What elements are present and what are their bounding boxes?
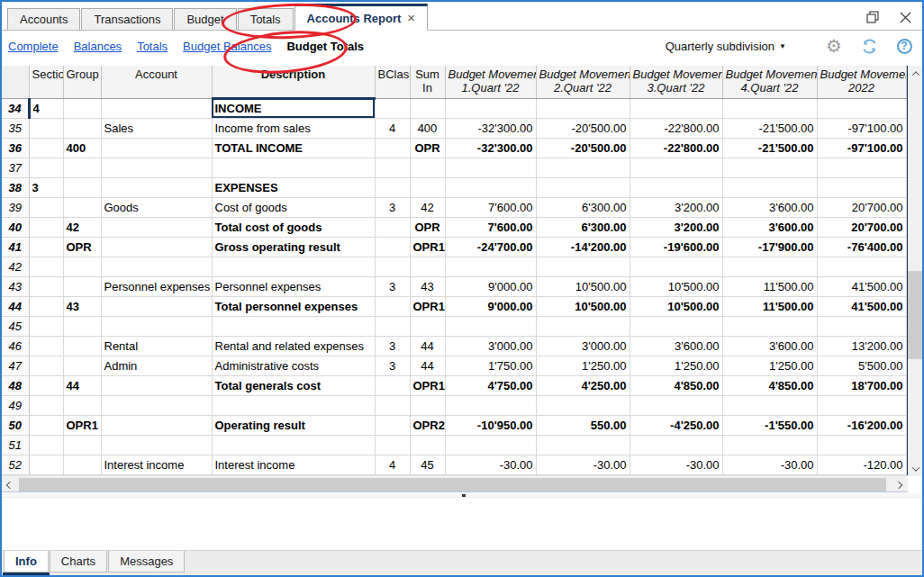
row-number-cell[interactable]: 45 [2, 316, 29, 336]
sumin-cell[interactable]: OPR1 [410, 237, 445, 257]
bclass-cell[interactable]: 3 [375, 197, 410, 217]
budget-movement-cell[interactable] [536, 177, 630, 197]
bclass-cell[interactable]: 4 [375, 118, 410, 138]
bclass-cell[interactable] [375, 257, 410, 276]
row-number-cell[interactable]: 44 [2, 296, 29, 316]
section-cell[interactable] [29, 435, 63, 455]
budget-movement-cell[interactable]: 20'700.00 [817, 197, 906, 217]
description-cell[interactable]: Interest income [212, 455, 375, 474]
row-number-cell[interactable]: 49 [2, 395, 29, 415]
budget-movement-cell[interactable]: -21'500.00 [722, 138, 817, 158]
view-link-budget-balances[interactable]: Budget Balances [183, 40, 271, 53]
account-cell[interactable] [101, 375, 212, 395]
group-cell[interactable] [63, 455, 101, 474]
budget-movement-cell[interactable] [817, 257, 906, 276]
bclass-cell[interactable] [375, 158, 410, 177]
budget-movement-cell[interactable]: 13'200.00 [817, 336, 906, 356]
tab-budget[interactable]: Budget [174, 8, 236, 31]
view-link-complete[interactable]: Complete [8, 40, 59, 53]
budget-movement-cell[interactable]: -10'950.00 [445, 415, 536, 435]
budget-movement-cell[interactable]: 3'600.00 [630, 336, 722, 356]
sumin-cell[interactable] [410, 98, 445, 118]
column-header-budget-movement-2quart22[interactable]: Budget Movement2.Quart '22 [536, 66, 630, 98]
column-header-budget-movement-3quart22[interactable]: Budget Movement3.Quart '22 [630, 66, 722, 98]
budget-movement-cell[interactable]: -76'400.00 [817, 237, 906, 257]
description-cell[interactable]: Total personnel expenses [212, 296, 375, 316]
section-cell[interactable] [29, 158, 63, 177]
bclass-cell[interactable]: 4 [375, 455, 410, 474]
description-cell[interactable] [212, 316, 375, 336]
group-cell[interactable]: 400 [63, 138, 101, 158]
section-cell[interactable] [29, 356, 63, 375]
column-header-description[interactable]: Description [212, 66, 375, 98]
bclass-cell[interactable]: 3 [375, 336, 410, 356]
sumin-cell[interactable]: 43 [410, 276, 445, 296]
row-number-cell[interactable]: 42 [2, 257, 29, 276]
account-cell[interactable]: Goods [101, 197, 212, 217]
account-cell[interactable] [101, 395, 212, 415]
view-link-budget-totals[interactable]: Budget Totals [286, 40, 364, 53]
row-number-cell[interactable]: 51 [2, 435, 29, 455]
row-number-cell[interactable]: 43 [2, 276, 29, 296]
budget-movement-cell[interactable]: -97'100.00 [817, 138, 906, 158]
bclass-cell[interactable] [375, 296, 410, 316]
row-number-cell[interactable]: 40 [2, 217, 29, 237]
budget-movement-cell[interactable]: -97'100.00 [817, 118, 906, 138]
budget-movement-cell[interactable] [445, 177, 536, 197]
column-header-budget-movement-2022[interactable]: Budget Movement2022 [817, 66, 906, 98]
budget-movement-cell[interactable]: -30.00 [445, 455, 536, 474]
section-cell[interactable] [29, 336, 63, 356]
budget-movement-cell[interactable] [722, 177, 817, 197]
budget-movement-cell[interactable]: 3'200.00 [630, 217, 722, 237]
section-cell[interactable] [29, 138, 63, 158]
budget-movement-cell[interactable]: -20'500.00 [536, 138, 630, 158]
budget-movement-cell[interactable]: -30.00 [722, 455, 817, 474]
description-cell[interactable]: INCOME [212, 98, 375, 118]
budget-movement-cell[interactable] [722, 257, 817, 276]
budget-movement-cell[interactable]: 1'250.00 [536, 356, 630, 375]
tab-transactions[interactable]: Transactions [81, 8, 173, 31]
account-cell[interactable]: Personnel expenses [101, 276, 212, 296]
budget-movement-cell[interactable]: -17'900.00 [722, 237, 817, 257]
budget-movement-cell[interactable] [536, 435, 630, 455]
group-cell[interactable] [63, 356, 101, 375]
budget-movement-cell[interactable]: 20'700.00 [817, 217, 906, 237]
budget-movement-cell[interactable]: -120.00 [817, 455, 906, 474]
budget-movement-cell[interactable]: 3'000.00 [536, 336, 630, 356]
budget-movement-cell[interactable]: 3'600.00 [722, 197, 817, 217]
column-header-bclass[interactable]: BClass [375, 66, 410, 98]
sumin-cell[interactable] [410, 435, 445, 455]
tab-close-icon[interactable]: × [407, 14, 415, 23]
description-cell[interactable]: Cost of goods [212, 197, 375, 217]
description-cell[interactable]: Administrative costs [212, 356, 375, 375]
budget-movement-cell[interactable]: 6'300.00 [536, 197, 630, 217]
settings-gear-icon[interactable]: ⚙ [823, 35, 845, 57]
group-cell[interactable] [63, 276, 101, 296]
sumin-cell[interactable]: 400 [410, 118, 445, 138]
group-cell[interactable] [63, 435, 101, 455]
budget-movement-cell[interactable]: 4'850.00 [722, 375, 817, 395]
bclass-cell[interactable] [375, 98, 410, 118]
column-header-budget-movement-4quart22[interactable]: Budget Movement4.Quart '22 [722, 66, 817, 98]
description-cell[interactable]: TOTAL INCOME [212, 138, 375, 158]
bclass-cell[interactable]: 3 [375, 276, 410, 296]
budget-movement-cell[interactable] [630, 177, 722, 197]
budget-movement-cell[interactable] [817, 158, 906, 177]
tab-accounts[interactable]: Accounts [7, 8, 80, 31]
bottom-tab-info[interactable]: Info [4, 551, 49, 572]
sumin-cell[interactable]: OPR1 [410, 375, 445, 395]
section-cell[interactable] [29, 257, 63, 276]
budget-movement-cell[interactable]: -19'600.00 [630, 237, 722, 257]
description-cell[interactable]: Rental and related expenses [212, 336, 375, 356]
bottom-tab-messages[interactable]: Messages [108, 551, 185, 572]
description-cell[interactable]: EXPENSES [212, 177, 375, 197]
horizontal-scrollbar-thumb[interactable] [19, 478, 886, 491]
bottom-tab-charts[interactable]: Charts [50, 551, 107, 572]
section-cell[interactable] [29, 296, 63, 316]
account-cell[interactable] [101, 138, 212, 158]
group-cell[interactable] [63, 316, 101, 336]
sumin-cell[interactable]: 44 [410, 356, 445, 375]
group-cell[interactable] [63, 118, 101, 138]
description-cell[interactable] [212, 158, 375, 177]
budget-movement-cell[interactable]: 1'750.00 [445, 356, 536, 375]
